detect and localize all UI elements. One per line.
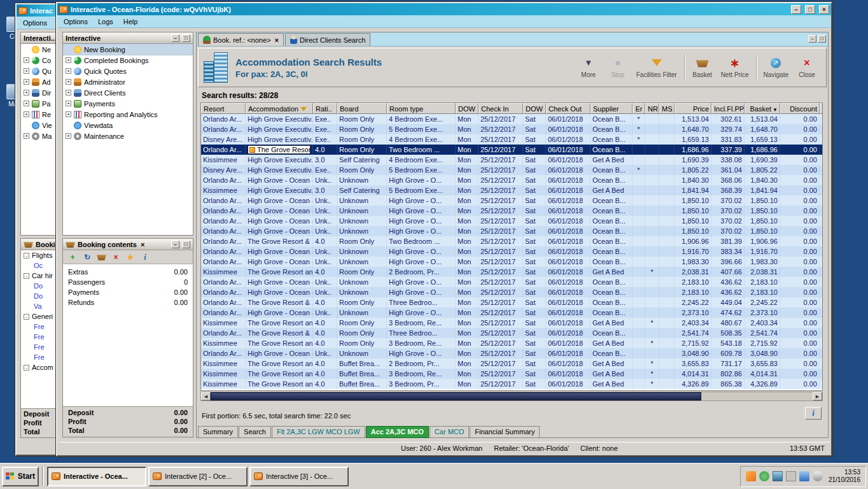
grid-cell[interactable]: Mon — [456, 216, 479, 226]
grid-cell[interactable]: Exe.. — [313, 134, 337, 145]
table-row[interactable]: Disney Are...High Grove Executiv...Exe..… — [201, 165, 823, 175]
grid-cell[interactable]: Kissimmee — [201, 379, 246, 389]
grid-cell[interactable]: Mon — [456, 267, 479, 277]
grid-cell[interactable]: Mon — [456, 175, 479, 185]
grid-cell[interactable]: High Grove Executiv... — [246, 165, 313, 175]
grid-cell[interactable] — [820, 155, 823, 165]
grid-cell[interactable]: 1,983.30 — [675, 257, 711, 267]
grid-cell[interactable]: 2,245.22 — [745, 297, 780, 308]
sidebar-item[interactable]: +Qu — [21, 66, 57, 76]
tab-direct-clients-search[interactable]: Direct Clients Search — [285, 33, 370, 46]
grid-cell[interactable] — [659, 185, 675, 195]
column-header-roomtype[interactable]: Room type — [387, 103, 456, 114]
grid-cell[interactable]: * — [645, 369, 659, 379]
grid-cell[interactable] — [645, 155, 659, 165]
grid-cell[interactable]: 06/01/2018 — [546, 124, 591, 134]
grid-cell[interactable] — [820, 206, 823, 216]
volume-icon[interactable] — [813, 471, 823, 481]
grid-cell[interactable]: 0.00 — [780, 348, 820, 358]
grid-cell[interactable]: Mon — [456, 358, 479, 369]
grid-cell[interactable] — [633, 216, 645, 226]
taskbar-window-button[interactable]: Interactive [3] - Oce... — [249, 467, 349, 486]
table-row[interactable]: Orlando Ar...High Grove - Ocean -...Unk.… — [201, 257, 823, 267]
grid-cell[interactable] — [659, 226, 675, 236]
grid-cell[interactable] — [645, 195, 659, 206]
table-row[interactable]: Orlando Ar...High Grove - Ocean -...Unk.… — [201, 246, 823, 257]
grid-cell[interactable] — [645, 145, 659, 155]
grid-cell[interactable]: 1,841.94 — [745, 185, 780, 195]
grid-cell[interactable] — [659, 124, 675, 134]
grid-cell[interactable]: 1,690.39 — [675, 155, 711, 165]
grid-cell[interactable] — [820, 185, 823, 195]
collapse-icon[interactable]: - — [24, 365, 29, 371]
grid-cell[interactable]: Ocean B... — [591, 348, 633, 358]
grid-cell[interactable]: Sat — [523, 226, 546, 236]
basket-button[interactable]: Basket — [689, 50, 717, 85]
grid-cell[interactable]: Sat — [523, 216, 546, 226]
grid-cell[interactable] — [659, 358, 675, 369]
grid-cell[interactable]: 06/01/2018 — [546, 226, 591, 236]
display-icon[interactable] — [773, 471, 783, 481]
grid-cell[interactable]: Room Only — [337, 338, 387, 348]
grid-cell[interactable]: Sat — [523, 175, 546, 185]
grid-cell[interactable]: High Grove - Ocean -... — [246, 246, 313, 257]
sidebar-item-administrator[interactable]: +Administrator — [63, 76, 193, 87]
grid-cell[interactable] — [820, 369, 823, 379]
antivirus-icon[interactable] — [759, 471, 769, 481]
grid-cell[interactable]: 4.0 — [313, 145, 337, 155]
grid-cell[interactable]: High Grove - Ocean -... — [246, 277, 313, 287]
grid-cell[interactable]: 1,840.30 — [745, 175, 780, 185]
booking-tree-item[interactable]: Do — [21, 281, 57, 291]
grid-cell[interactable] — [820, 175, 823, 185]
grid-cell[interactable]: 06/01/2018 — [546, 358, 591, 369]
grid-cell[interactable]: Unk.. — [313, 308, 337, 318]
table-row[interactable]: KissimmeeHigh Grove Executiv...3.0Self C… — [201, 155, 823, 165]
grid-cell[interactable]: Ocean B... — [591, 287, 633, 297]
grid-cell[interactable]: 06/01/2018 — [546, 287, 591, 297]
grid-cell[interactable] — [633, 297, 645, 308]
grid-cell[interactable] — [820, 114, 823, 124]
bottom-tab-flt-2a-3c-lgw-mco-lgw[interactable]: Flt 2A,3C LGW MCO LGW — [272, 426, 365, 438]
horizontal-scrollbar[interactable]: ◀ ▶ — [200, 392, 823, 401]
grid-cell[interactable]: The Grove Resort an... — [246, 318, 313, 328]
table-row[interactable]: KissimmeeThe Grove Resort an...4.0Buffet… — [201, 379, 823, 389]
grid-cell[interactable]: 0.00 — [780, 328, 820, 338]
grid-cell[interactable] — [659, 267, 675, 277]
grid-cell[interactable]: The Grove Resort & Spa — [246, 145, 313, 155]
table-row[interactable]: Orlando Ar...High Grove - Ocean -...Unk.… — [201, 277, 823, 287]
grid-cell[interactable] — [659, 348, 675, 358]
booking-tree-item[interactable]: Do — [21, 291, 57, 301]
grid-cell[interactable] — [645, 134, 659, 145]
grid-cell[interactable] — [820, 358, 823, 369]
grid-cell[interactable] — [633, 338, 645, 348]
grid-cell[interactable]: Ocean B... — [591, 124, 633, 134]
grid-cell[interactable]: Unknown — [337, 216, 387, 226]
grid-cell[interactable]: Sat — [523, 369, 546, 379]
grid-cell[interactable]: 0.00 — [780, 277, 820, 287]
table-row[interactable]: KissimmeeThe Grove Resort an...4.0Buffet… — [201, 358, 823, 369]
grid-cell[interactable]: 1,513.04 — [745, 114, 780, 124]
grid-cell[interactable]: 396.66 — [711, 257, 745, 267]
grid-cell[interactable]: 0.00 — [780, 297, 820, 308]
grid-cell[interactable]: 25/12/2017 — [479, 185, 523, 195]
grid-cell[interactable] — [659, 236, 675, 246]
taskbar-window-button[interactable]: Interactive [2] - Oce... — [148, 467, 248, 486]
grid-cell[interactable]: Kissimmee — [201, 358, 246, 369]
grid-cell[interactable]: High Grove - O... — [387, 257, 456, 267]
grid-cell[interactable]: 1,850.10 — [745, 206, 780, 216]
grid-cell[interactable]: 4 Bedroom Exe... — [387, 134, 456, 145]
grid-cell[interactable]: Mon — [456, 308, 479, 318]
table-row[interactable]: KissimmeeThe Grove Resort an...4.0Room O… — [201, 318, 823, 328]
grid-cell[interactable]: 368.06 — [711, 175, 745, 185]
grid-cell[interactable]: 25/12/2017 — [479, 145, 523, 155]
grid-cell[interactable]: 1,850.10 — [745, 216, 780, 226]
grid-cell[interactable]: * — [645, 267, 659, 277]
grid-cell[interactable]: 474.62 — [711, 308, 745, 318]
panel-close-icon[interactable]: × — [139, 241, 146, 248]
table-row[interactable]: Orlando Ar...High Grove - Ocean -...Unk.… — [201, 175, 823, 185]
grid-cell[interactable]: Ocean B... — [591, 297, 633, 308]
grid-cell[interactable]: 4.0 — [313, 358, 337, 369]
grid-cell[interactable]: Orlando Ar... — [201, 145, 246, 155]
grid-cell[interactable]: Orlando Ar... — [201, 175, 246, 185]
grid-cell[interactable]: The Grove Resort an... — [246, 338, 313, 348]
